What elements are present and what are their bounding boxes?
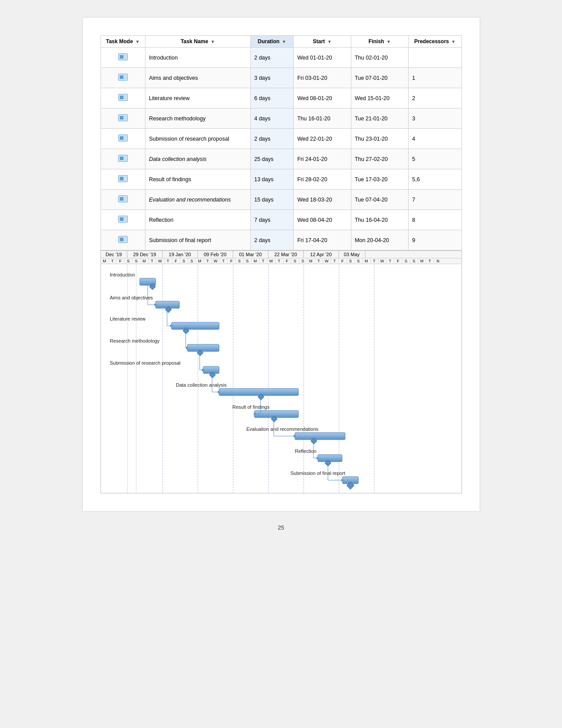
table-row: Data collection analysis25 daysFri 24-01… (100, 149, 462, 169)
label-aims: Aims and objectives (110, 295, 153, 300)
month-09feb20: 09 Feb '20 (198, 251, 233, 258)
duration-cell: 15 days (250, 190, 294, 210)
duration-cell: 2 days (250, 230, 294, 250)
task-mode-icon (118, 236, 128, 243)
start-cell: Wed 08-04-20 (294, 210, 351, 230)
day-m6: M (363, 258, 371, 264)
duration-cell: 2 days (250, 48, 294, 68)
table-row: Submission of final report2 daysFri 17-0… (100, 230, 462, 250)
task-mode-cell (100, 169, 145, 190)
task-mode-header-label: Task Mode (106, 38, 133, 45)
table-row: Reflection7 daysWed 08-04-20Thu 16-04-20… (100, 210, 462, 230)
label-lit-review: Literature review (110, 316, 145, 321)
task-name-cell: Data collection analysis (145, 149, 250, 169)
table-row: Aims and objectives3 daysFri 03-01-20Tue… (100, 68, 462, 88)
duration-sort-icon[interactable]: ▼ (282, 39, 286, 44)
start-cell: Fri 28-02-20 (294, 169, 351, 190)
bar-reflection (318, 455, 342, 462)
duration-cell: 7 days (250, 210, 294, 230)
day-f6: F (395, 258, 402, 264)
predecessors-cell: 8 (408, 210, 462, 230)
page-number-text: 25 (278, 524, 284, 531)
th-predecessors[interactable]: Predecessors ▼ (408, 36, 462, 48)
task-mode-cell (100, 88, 145, 108)
label-result: Result of findings (232, 404, 270, 410)
day-w3: W (268, 258, 275, 264)
bar-data-collection (219, 388, 298, 396)
predecessors-cell: 5 (408, 149, 462, 169)
day-f2: F (172, 258, 180, 264)
month-03may: 03 May (339, 251, 365, 258)
label-data-collection: Data collection analysis (176, 382, 227, 388)
predecessors-sort-icon[interactable]: ▼ (451, 39, 456, 44)
bar-research-meth (187, 344, 219, 351)
table-row: Introduction2 daysWed 01-01-20Thu 02-01-… (100, 48, 462, 68)
task-mode-sort-icon[interactable]: ▼ (135, 39, 140, 44)
th-task-name[interactable]: Task Name ▼ (145, 36, 250, 48)
start-cell: Wed 01-01-20 (294, 48, 351, 68)
start-cell: Wed 22-01-20 (294, 129, 351, 149)
th-start[interactable]: Start ▼ (294, 36, 351, 48)
day-s11: S (402, 258, 410, 264)
finish-header-label: Finish (368, 38, 384, 45)
finish-cell: Thu 27-02-20 (351, 149, 408, 169)
label-submission-proposal: Submission of research proposal (110, 360, 180, 366)
start-cell: Wed 08-01-20 (294, 88, 351, 108)
day-t6: T (260, 258, 268, 264)
start-cell: Fri 17-04-20 (294, 230, 351, 250)
day-m3: M (196, 258, 204, 264)
task-name-cell: Introduction (145, 48, 250, 68)
duration-header-label: Duration (258, 38, 279, 45)
day-f1: F (117, 258, 125, 264)
start-sort-icon[interactable]: ▼ (327, 39, 331, 44)
task-mode-cell (100, 149, 145, 169)
task-mode-icon (118, 134, 128, 142)
day-m: M (101, 258, 109, 264)
day-t8: T (315, 258, 323, 264)
finish-cell: Thu 16-04-20 (351, 210, 408, 230)
task-name-cell: Reflection (145, 210, 250, 230)
finish-cell: Tue 07-01-20 (351, 68, 408, 88)
month-19jan20: 19 Jan '20 (163, 251, 198, 258)
start-cell: Thu 16-01-20 (294, 108, 351, 129)
day-s1: S (125, 258, 133, 264)
day-f5: F (339, 258, 347, 264)
day-s5: S (236, 258, 244, 264)
duration-cell: 2 days (250, 129, 294, 149)
finish-cell: Tue 07-04-20 (351, 190, 408, 210)
task-name-sort-icon[interactable]: ▼ (211, 39, 215, 44)
day-t9: T (331, 258, 339, 264)
task-mode-icon (118, 114, 128, 121)
task-mode-icon (118, 94, 128, 101)
timeline-months: Dec '19 29 Dec '19 19 Jan '20 09 Feb '20… (100, 250, 462, 258)
duration-cell: 25 days (250, 149, 294, 169)
task-mode-cell (100, 190, 145, 210)
task-mode-icon (118, 195, 128, 202)
duration-cell: 13 days (250, 169, 294, 190)
task-mode-icon (118, 155, 128, 162)
th-task-mode[interactable]: Task Mode ▼ (100, 36, 145, 48)
th-finish[interactable]: Finish ▼ (351, 36, 408, 48)
bar-evaluation (295, 433, 345, 440)
page-number: 25 (278, 524, 284, 531)
day-t7: T (275, 258, 283, 264)
finish-sort-icon[interactable]: ▼ (387, 39, 391, 44)
day-s7: S (291, 258, 299, 264)
finish-cell: Mon 20-04-20 (351, 230, 408, 250)
day-t3: T (164, 258, 172, 264)
finish-cell: Thu 23-01-20 (351, 129, 408, 149)
th-duration[interactable]: Duration ▼ (250, 36, 294, 48)
day-f3: F (228, 258, 236, 264)
predecessors-cell: 5,6 (408, 169, 462, 190)
finish-cell: Tue 17-03-20 (351, 169, 408, 190)
label-research-meth: Research methodology (110, 338, 160, 343)
day-t4: T (204, 258, 212, 264)
day-w1: W (156, 258, 164, 264)
timeline-days-row: M T F S S M T W T F S S M T W T F (100, 258, 462, 264)
finish-cell: Wed 15-01-20 (351, 88, 408, 108)
task-name-cell: Research methodology (145, 108, 250, 129)
finish-cell: Tue 21-01-20 (351, 108, 408, 129)
predecessors-cell: 2 (408, 88, 462, 108)
task-mode-cell (100, 68, 145, 88)
day-w2: W (212, 258, 220, 264)
